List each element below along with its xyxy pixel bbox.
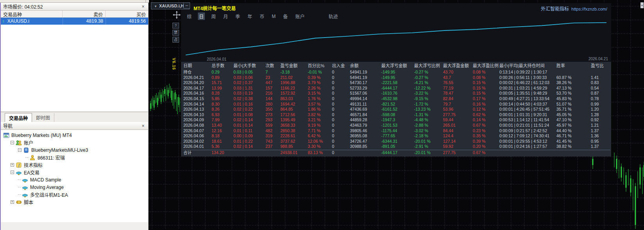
cell: 2026.04.09 bbox=[183, 117, 212, 123]
ea-icon bbox=[16, 169, 22, 176]
menu-item-0[interactable]: 综 bbox=[186, 13, 193, 20]
menu-item-8[interactable]: 备 bbox=[282, 13, 289, 20]
cell: 0 bbox=[332, 123, 350, 128]
indicator-icon: f bbox=[16, 162, 22, 168]
chart-minimize-button[interactable]: ─ bbox=[183, 2, 190, 9]
cell: 0.03 | 0.19 bbox=[233, 91, 265, 96]
navigator-close-button[interactable]: × bbox=[140, 122, 146, 130]
column-header: 日期 bbox=[183, 63, 212, 69]
period-menu: 综日周月季年币M备账户轨迹 bbox=[186, 13, 339, 20]
tree-item-indicators[interactable]: +f技术指标 bbox=[1, 161, 148, 169]
cell: 0.01 | 0.22 bbox=[233, 139, 265, 144]
cell: 47436.69 bbox=[350, 107, 381, 112]
chart-tab-label: XAUUSD.i,H1 bbox=[159, 4, 187, 8]
expander-collapse-icon[interactable]: − bbox=[11, 141, 14, 144]
cell: 277.75 bbox=[443, 112, 473, 118]
menu-item-6[interactable]: 币 bbox=[258, 13, 265, 20]
tree-item-ea[interactable]: −EA交易 bbox=[1, 169, 148, 176]
menu-item-5[interactable]: 年 bbox=[246, 13, 253, 20]
expander-collapse-icon[interactable]: − bbox=[18, 148, 22, 152]
symbol-row-xauusd[interactable]: ↑ XAUUSD.i 4819.38 4819.56 bbox=[1, 18, 148, 25]
tree-item-scripts[interactable]: +脚本 bbox=[1, 198, 148, 206]
cell: 0:00:05 | 1:35:51 | 9:48:29 bbox=[499, 91, 556, 96]
column-bid[interactable]: 卖价 bbox=[63, 11, 106, 17]
cell: 0.99 bbox=[591, 102, 610, 107]
tab-tick-chart[interactable]: 即时图 bbox=[32, 113, 54, 122]
cell: 0.23 % bbox=[473, 128, 499, 134]
cell: 36955.08 bbox=[350, 133, 381, 139]
tree-item-label: MACD Sample bbox=[30, 177, 61, 183]
tree-item-user[interactable]: 866311: 宏瑞 bbox=[1, 154, 148, 161]
help-button[interactable]: ? bbox=[172, 23, 179, 29]
tree-item-ma[interactable]: Moving Average bbox=[1, 183, 148, 191]
tree-item-m1ea[interactable]: 多空战斗机M1-EA bbox=[1, 191, 148, 198]
cell bbox=[556, 70, 591, 75]
chevron-down-icon: ▼ bbox=[154, 5, 157, 8]
cell: 2026.04.08 bbox=[183, 123, 212, 128]
menu-item-9[interactable]: 账户 bbox=[294, 13, 306, 20]
cell: 216 bbox=[265, 91, 280, 96]
scroll-up-button[interactable]: ▲ bbox=[640, 2, 644, 8]
cell: 23 bbox=[265, 75, 280, 81]
market-watch-close-button[interactable]: × bbox=[140, 3, 146, 11]
cell: 0.83 bbox=[591, 80, 610, 86]
column-header: 最大浮盈金额 bbox=[443, 63, 473, 69]
pin-button[interactable]: 占 bbox=[172, 37, 179, 43]
cell: 0.03 | 1.31 bbox=[233, 86, 265, 91]
cell: 30988.85 bbox=[350, 144, 381, 149]
menu-item-2[interactable]: 周 bbox=[210, 13, 217, 20]
cell: 0 bbox=[332, 86, 350, 91]
ask-price: 4819.56 bbox=[106, 18, 148, 25]
table-row: 2026.04.0813.400.01 | 0.145593658.339.19… bbox=[183, 123, 610, 128]
menu-item-1[interactable]: 日 bbox=[198, 13, 205, 20]
tree-item-live3[interactable]: −BlueberryMarketsMU-Live3 bbox=[1, 146, 148, 154]
ea-icon bbox=[22, 184, 28, 190]
cell: 0:00:26 | 0:56:11 | 3:00:33 bbox=[499, 75, 556, 81]
cell: -2.88 % bbox=[414, 123, 443, 128]
menu-item-4[interactable]: 季 bbox=[234, 13, 241, 20]
tab-symbols[interactable]: 交易品种 bbox=[5, 113, 32, 123]
cell: -4532.98 bbox=[381, 96, 414, 102]
cell: -6161.52 bbox=[381, 107, 414, 112]
indicator-toolbar: ? 禁 占 bbox=[172, 11, 181, 44]
cell: 0 bbox=[332, 144, 350, 149]
market-watch-titlebar: 市场报价: 04:02:52 × bbox=[1, 3, 148, 11]
cell: 34726.47 bbox=[350, 139, 381, 144]
server-icon bbox=[23, 147, 29, 153]
cell: 2.26 % bbox=[308, 86, 332, 91]
tree-item-accounts[interactable]: −账户 bbox=[1, 139, 148, 146]
column-ask[interactable]: 买价 bbox=[106, 11, 148, 17]
cell: 293 bbox=[265, 117, 280, 123]
cell: 51.07 % bbox=[556, 102, 591, 107]
cell: 3.82 % bbox=[308, 112, 332, 118]
menu-item-3[interactable]: 月 bbox=[222, 13, 229, 20]
cell: 0:00:01 | 1:01:31 | 9:20:31 bbox=[499, 112, 556, 118]
cell: 350 bbox=[265, 107, 280, 112]
bid-price: 4819.38 bbox=[63, 18, 106, 25]
disable-button[interactable]: 禁 bbox=[172, 30, 179, 36]
cell bbox=[499, 150, 556, 155]
brand-link[interactable]: https://fxznzb.com/ bbox=[571, 7, 607, 11]
menu-item-10[interactable]: 轨迹 bbox=[327, 13, 339, 20]
cell: 2026.04.01 bbox=[183, 144, 212, 149]
cell: 84.44 bbox=[443, 128, 473, 134]
cell: 2850.38 bbox=[280, 128, 308, 134]
cell: -13.23 % bbox=[414, 107, 443, 112]
cell: -20.01 % bbox=[414, 150, 443, 155]
cell: 988.85 bbox=[280, 144, 308, 149]
column-header: 胜率 bbox=[556, 63, 591, 69]
tree-item-macd[interactable]: MACD Sample bbox=[1, 176, 148, 183]
tree-item-terminal[interactable]: Blueberry Markets (MU) MT4 bbox=[1, 131, 148, 139]
expander-expand-icon[interactable]: + bbox=[11, 163, 14, 167]
column-header: 余额 bbox=[350, 63, 381, 69]
column-symbol[interactable]: 交易品种 bbox=[1, 11, 63, 17]
expander-expand-icon[interactable]: + bbox=[11, 200, 14, 204]
cell: 0 bbox=[332, 107, 350, 112]
price-up-arrow-icon: ↑ bbox=[2, 19, 5, 23]
expander-collapse-icon[interactable]: − bbox=[11, 171, 14, 174]
cell: 0 bbox=[332, 70, 350, 75]
menu-item-7[interactable]: M bbox=[271, 13, 277, 20]
cell: 0:13:14 | 0:39:22 | 1:30:17 bbox=[499, 70, 556, 75]
move-icon[interactable] bbox=[173, 11, 181, 20]
cell: 3.79 % bbox=[308, 80, 332, 86]
